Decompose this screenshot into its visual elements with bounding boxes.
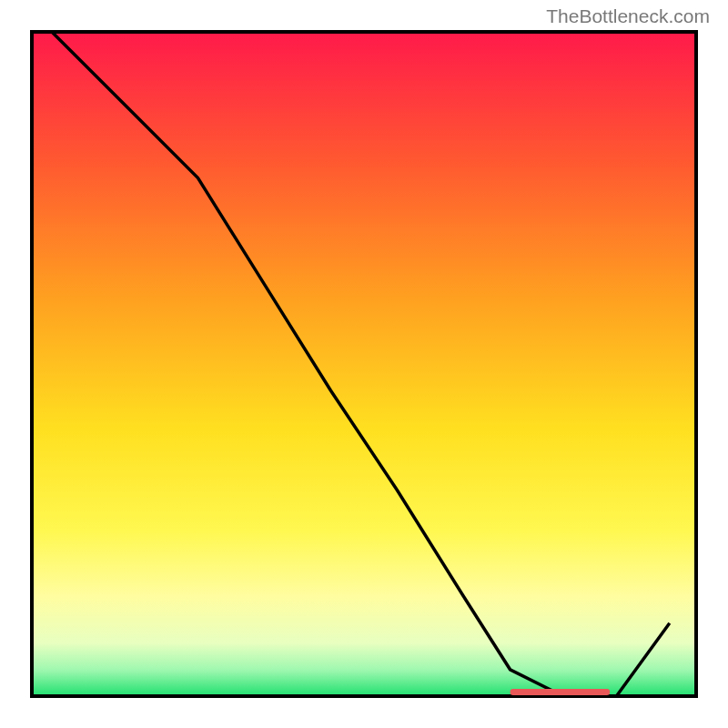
chart-svg — [27, 27, 701, 701]
watermark-text: TheBottleneck.com — [546, 5, 710, 27]
chart-plot — [27, 27, 701, 701]
optimal-marker — [511, 689, 611, 695]
gradient-background — [32, 32, 696, 696]
